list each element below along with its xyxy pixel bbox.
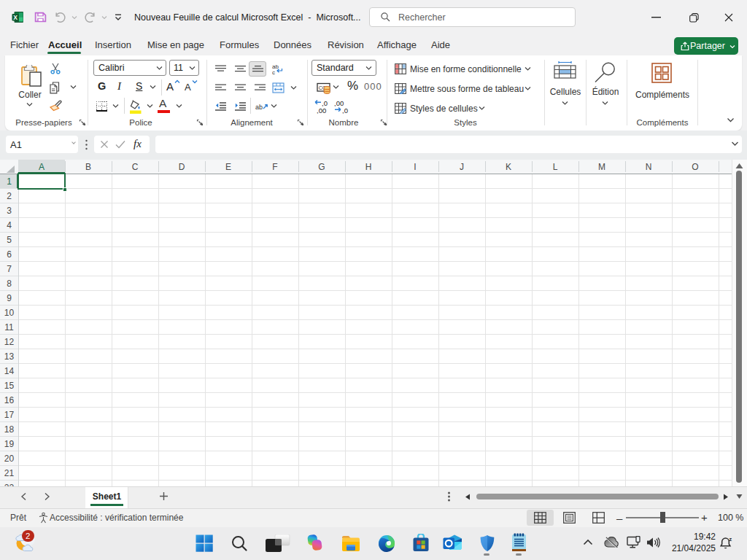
svg-text:z: z <box>729 536 732 542</box>
svg-text:X: X <box>13 14 18 21</box>
svg-text:c: c <box>272 69 275 75</box>
svg-text:,00: ,00 <box>317 106 326 114</box>
svg-text:,0: ,0 <box>342 106 348 114</box>
svg-text:ab: ab <box>255 104 263 111</box>
